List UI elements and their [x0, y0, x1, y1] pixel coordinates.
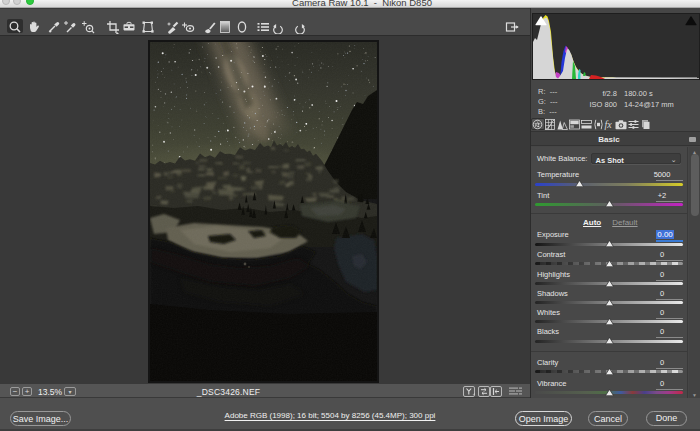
svg-text:fx: fx — [604, 119, 612, 130]
